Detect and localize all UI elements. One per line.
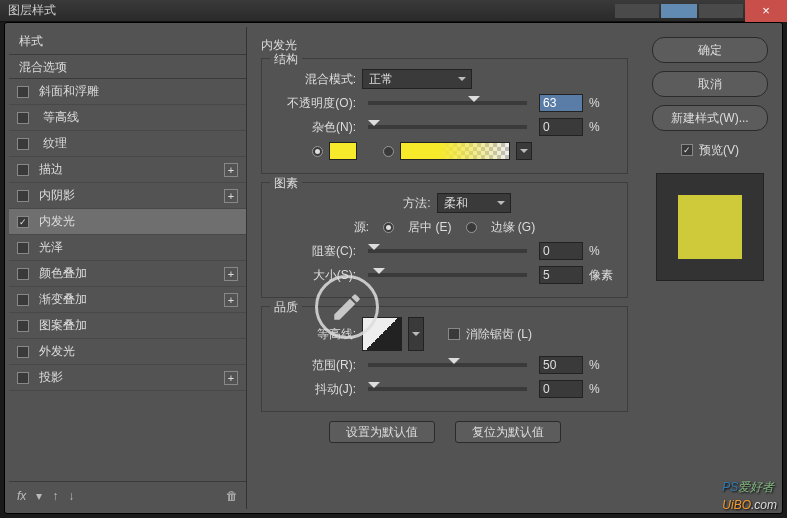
- effect-pattern-overlay[interactable]: 图案叠加: [9, 313, 246, 339]
- chevron-down-icon[interactable]: ▾: [36, 489, 42, 503]
- effect-label: 描边: [39, 161, 224, 178]
- opacity-label: 不透明度(O):: [272, 95, 356, 112]
- effect-label: 图案叠加: [39, 317, 238, 334]
- new-style-button[interactable]: 新建样式(W)...: [652, 105, 768, 131]
- blend-mode-select[interactable]: 正常: [362, 69, 472, 89]
- range-input[interactable]: 50: [539, 356, 583, 374]
- effect-checkbox[interactable]: [17, 164, 29, 176]
- gradient-dropdown[interactable]: [516, 142, 532, 160]
- range-label: 范围(R):: [272, 357, 356, 374]
- effect-contour[interactable]: 等高线: [9, 105, 246, 131]
- range-slider[interactable]: [368, 363, 527, 367]
- dialog: 样式 混合选项 斜面和浮雕等高线纹理描边+内阴影+内发光光泽颜色叠加+渐变叠加+…: [4, 22, 783, 514]
- structure-legend: 结构: [270, 51, 302, 68]
- gradient-radio[interactable]: [383, 146, 394, 157]
- solid-color-radio[interactable]: [312, 146, 323, 157]
- effect-checkbox[interactable]: [17, 320, 29, 332]
- jitter-slider[interactable]: [368, 387, 527, 391]
- source-edge-radio[interactable]: [466, 222, 477, 233]
- structure-group: 结构 混合模式: 正常 不透明度(O): 63 % 杂色(N): 0 %: [261, 58, 628, 174]
- elements-legend: 图素: [270, 175, 302, 192]
- effect-inner-glow[interactable]: 内发光: [9, 209, 246, 235]
- noise-slider[interactable]: [368, 125, 527, 129]
- effect-label: 外发光: [39, 343, 238, 360]
- effect-checkbox[interactable]: [17, 294, 29, 306]
- blending-options[interactable]: 混合选项: [9, 55, 246, 79]
- bg-tab: [699, 4, 743, 18]
- action-column: 确定 取消 新建样式(W)... 预览(V): [642, 27, 778, 509]
- size-slider[interactable]: [368, 273, 527, 277]
- opacity-input[interactable]: 63: [539, 94, 583, 112]
- effect-checkbox[interactable]: [17, 86, 29, 98]
- elements-group: 图素 方法: 柔和 源: 居中 (E) 边缘 (G) 阻塞(C): 0 % 大小…: [261, 182, 628, 298]
- color-swatch[interactable]: [329, 142, 357, 160]
- effect-drop-shadow[interactable]: 投影+: [9, 365, 246, 391]
- effect-label: 颜色叠加: [39, 265, 224, 282]
- contour-picker[interactable]: [362, 317, 402, 351]
- fx-icon[interactable]: fx: [17, 489, 26, 503]
- effect-checkbox[interactable]: [17, 242, 29, 254]
- effect-color-overlay[interactable]: 颜色叠加+: [9, 261, 246, 287]
- arrow-up-icon[interactable]: ↑: [52, 489, 58, 503]
- effect-checkbox[interactable]: [17, 216, 29, 228]
- effect-label: 内发光: [39, 213, 238, 230]
- effect-label: 等高线: [43, 109, 238, 126]
- close-button[interactable]: ×: [745, 0, 787, 22]
- effect-stroke[interactable]: 描边+: [9, 157, 246, 183]
- contour-dropdown[interactable]: [408, 317, 424, 351]
- effect-checkbox[interactable]: [17, 346, 29, 358]
- size-label: 大小(S):: [272, 267, 356, 284]
- effect-checkbox[interactable]: [17, 138, 29, 150]
- effect-label: 投影: [39, 369, 224, 386]
- choke-input[interactable]: 0: [539, 242, 583, 260]
- effect-bevel[interactable]: 斜面和浮雕: [9, 79, 246, 105]
- reset-default-button[interactable]: 复位为默认值: [455, 421, 561, 443]
- sidebar-footer: fx ▾ ↑ ↓ 🗑: [9, 481, 246, 509]
- add-effect-icon[interactable]: +: [224, 371, 238, 385]
- effect-outer-glow[interactable]: 外发光: [9, 339, 246, 365]
- title-bar: 图层样式 ×: [0, 0, 787, 22]
- source-label: 源:: [354, 219, 369, 236]
- effect-label: 光泽: [39, 239, 238, 256]
- effect-satin[interactable]: 光泽: [9, 235, 246, 261]
- quality-group: 品质 等高线: 消除锯齿 (L) 范围(R): 50 % 抖动(J): 0 %: [261, 306, 628, 412]
- add-effect-icon[interactable]: +: [224, 189, 238, 203]
- add-effect-icon[interactable]: +: [224, 163, 238, 177]
- antialias-checkbox[interactable]: [448, 328, 460, 340]
- noise-input[interactable]: 0: [539, 118, 583, 136]
- gradient-swatch[interactable]: [400, 142, 510, 160]
- styles-header[interactable]: 样式: [9, 27, 246, 55]
- cancel-button[interactable]: 取消: [652, 71, 768, 97]
- noise-label: 杂色(N):: [272, 119, 356, 136]
- effect-checkbox[interactable]: [17, 190, 29, 202]
- make-default-button[interactable]: 设置为默认值: [329, 421, 435, 443]
- effect-gradient-overlay[interactable]: 渐变叠加+: [9, 287, 246, 313]
- jitter-input[interactable]: 0: [539, 380, 583, 398]
- choke-slider[interactable]: [368, 249, 527, 253]
- bg-tab: [615, 4, 659, 18]
- effect-checkbox[interactable]: [17, 372, 29, 384]
- panel-title: 内发光: [261, 37, 628, 54]
- jitter-label: 抖动(J):: [272, 381, 356, 398]
- method-select[interactable]: 柔和: [437, 193, 511, 213]
- source-center-radio[interactable]: [383, 222, 394, 233]
- effect-checkbox[interactable]: [17, 268, 29, 280]
- effect-label: 纹理: [43, 135, 238, 152]
- effect-label: 内阴影: [39, 187, 224, 204]
- add-effect-icon[interactable]: +: [224, 293, 238, 307]
- contour-label: 等高线:: [272, 326, 356, 343]
- trash-icon[interactable]: 🗑: [226, 489, 238, 503]
- effect-checkbox[interactable]: [17, 112, 29, 124]
- effect-texture[interactable]: 纹理: [9, 131, 246, 157]
- blend-mode-label: 混合模式:: [272, 71, 356, 88]
- ok-button[interactable]: 确定: [652, 37, 768, 63]
- opacity-slider[interactable]: [368, 101, 527, 105]
- arrow-down-icon[interactable]: ↓: [68, 489, 74, 503]
- preview-checkbox[interactable]: [681, 144, 693, 156]
- size-input[interactable]: 5: [539, 266, 583, 284]
- effect-inner-shadow[interactable]: 内阴影+: [9, 183, 246, 209]
- bg-tab-active: [661, 4, 697, 18]
- watermark: PS爱好者 UiBO.com: [722, 478, 777, 512]
- choke-label: 阻塞(C):: [272, 243, 356, 260]
- add-effect-icon[interactable]: +: [224, 267, 238, 281]
